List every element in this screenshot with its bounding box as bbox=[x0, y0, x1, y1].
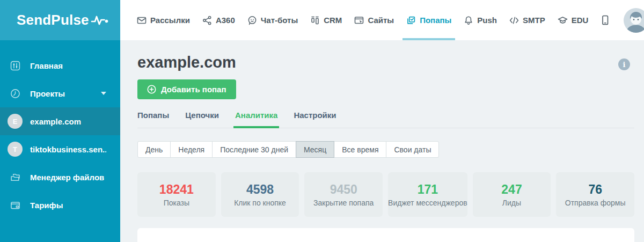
sidebar-item-label: example.com bbox=[30, 117, 81, 126]
nav-item-smtp[interactable]: SMTP bbox=[509, 0, 545, 40]
tab-settings[interactable]: Настройки bbox=[294, 110, 336, 128]
nav-label: Рассылки bbox=[150, 16, 190, 25]
stats-cards-row: 18241 Показы 4598 Клик по кнопке 9450 За… bbox=[137, 172, 634, 217]
main-content: example.com i Добавить попап Попапы Цепо… bbox=[120, 40, 644, 242]
sidebar: SendPulse Главная bbox=[0, 0, 120, 242]
sidebar-item-label: Главная bbox=[30, 61, 63, 70]
nav-label: EDU bbox=[572, 16, 589, 25]
nav-item-popups[interactable]: Попапы bbox=[406, 0, 451, 40]
sidebar-item-projects[interactable]: Проекты bbox=[0, 79, 120, 107]
nav-label: Попапы bbox=[420, 16, 451, 25]
project-letter-badge: E bbox=[8, 114, 23, 129]
filter-all-time-button[interactable]: Все время bbox=[334, 141, 386, 158]
stat-card-messenger-widget: 171 Виджет мессенджеров bbox=[388, 172, 467, 217]
stat-value: 76 bbox=[588, 182, 602, 196]
filter-month-button[interactable]: Месяц bbox=[296, 141, 334, 158]
pulse-icon bbox=[89, 13, 110, 27]
nav-label: Чат-боты bbox=[261, 16, 298, 25]
stat-card-impressions: 18241 Показы bbox=[137, 172, 216, 217]
clock-icon bbox=[0, 89, 30, 99]
date-range-segmented-control: День Неделя Последние 30 дней Месяц Все … bbox=[137, 141, 439, 158]
sidebar-item-file-manager[interactable]: Менеджер файлов bbox=[0, 163, 120, 191]
tab-chains[interactable]: Цепочки bbox=[185, 110, 219, 128]
project-avatar: E bbox=[0, 114, 30, 129]
info-icon[interactable]: i bbox=[618, 58, 630, 70]
top-navigation-bar: Рассылки A360 Чат-боты bbox=[120, 0, 644, 40]
stat-value: 247 bbox=[501, 182, 522, 196]
stat-card-popup-closes: 9450 Закрытие попапа bbox=[304, 172, 383, 217]
sliders-icon bbox=[0, 61, 30, 71]
bell-icon bbox=[464, 16, 473, 25]
stat-card-leads: 247 Лиды bbox=[473, 172, 551, 217]
sidebar-item-example-project[interactable]: E example.com bbox=[0, 107, 120, 135]
avatar bbox=[624, 8, 644, 33]
filter-day-button[interactable]: День bbox=[137, 141, 171, 158]
nav-label: A360 bbox=[216, 16, 235, 25]
project-tabs: Попапы Цепочки Аналитика Настройки bbox=[137, 110, 634, 128]
stat-value: 171 bbox=[418, 182, 438, 196]
add-popup-button[interactable]: Добавить попап bbox=[137, 79, 236, 99]
logo-text: SendPulse bbox=[17, 12, 89, 28]
stat-card-form-submissions: 76 Отправка формы bbox=[556, 172, 634, 217]
folder-icon bbox=[0, 172, 30, 182]
page-title: example.com bbox=[137, 53, 634, 71]
wallet-icon bbox=[0, 200, 30, 210]
plus-circle-icon bbox=[147, 85, 156, 94]
filter-week-button[interactable]: Неделя bbox=[170, 141, 213, 158]
filter-last-30-days-button[interactable]: Последние 30 дней bbox=[212, 141, 296, 158]
nav-item-sites[interactable]: Сайты bbox=[354, 0, 394, 40]
stat-label: Виджет мессенджеров bbox=[388, 199, 467, 207]
graduation-cap-icon bbox=[558, 16, 568, 25]
popups-icon bbox=[406, 16, 416, 25]
sidebar-item-main[interactable]: Главная bbox=[0, 52, 120, 79]
sidebar-menu: Главная Проекты E example.com T bbox=[0, 40, 120, 219]
project-avatar: T bbox=[0, 142, 30, 157]
chat-bot-icon bbox=[247, 16, 257, 25]
user-account-menu[interactable] bbox=[624, 8, 644, 33]
sidebar-item-tariffs[interactable]: Тарифы bbox=[0, 191, 120, 219]
sidebar-item-tiktok-project[interactable]: T tiktokbusiness.sen... bbox=[0, 135, 120, 163]
code-icon bbox=[509, 16, 519, 25]
nav-label: Push bbox=[477, 16, 497, 25]
sendpulse-logo[interactable]: SendPulse bbox=[0, 0, 120, 40]
tab-analytics[interactable]: Аналитика bbox=[235, 110, 277, 128]
nav-label: CRM bbox=[324, 16, 342, 25]
stat-label: Лиды bbox=[502, 199, 521, 207]
stat-label: Отправка формы bbox=[565, 199, 626, 207]
kanban-icon bbox=[310, 16, 320, 25]
content-panel bbox=[137, 228, 634, 242]
stat-label: Клик по кнопке bbox=[234, 199, 286, 207]
chevron-down-icon bbox=[101, 92, 106, 95]
mobile-phone-icon[interactable] bbox=[601, 15, 610, 25]
sidebar-item-label: Проекты bbox=[30, 89, 65, 98]
stat-value: 9450 bbox=[330, 182, 357, 196]
tab-popups[interactable]: Попапы bbox=[137, 110, 169, 128]
sidebar-item-label: Менеджер файлов bbox=[30, 173, 104, 182]
nav-item-mailings[interactable]: Рассылки bbox=[137, 0, 190, 40]
nav-label: SMTP bbox=[523, 16, 545, 25]
envelope-icon bbox=[137, 16, 147, 25]
sidebar-item-label: tiktokbusiness.sen... bbox=[30, 145, 106, 154]
share-nodes-icon bbox=[202, 16, 212, 25]
add-popup-button-label: Добавить попап bbox=[161, 85, 226, 94]
nav-item-a360[interactable]: A360 bbox=[202, 0, 235, 40]
nav-item-edu[interactable]: EDU bbox=[558, 0, 589, 40]
stat-label: Закрытие попапа bbox=[313, 199, 374, 207]
stat-value: 4598 bbox=[246, 182, 274, 196]
sidebar-item-label: Тарифы bbox=[30, 201, 63, 210]
nav-item-push[interactable]: Push bbox=[464, 0, 497, 40]
project-letter-badge: T bbox=[8, 142, 23, 157]
stat-card-button-clicks: 4598 Клик по кнопке bbox=[221, 172, 299, 217]
nav-item-crm[interactable]: CRM bbox=[310, 0, 342, 40]
filter-custom-dates-button[interactable]: Свои даты bbox=[386, 141, 439, 158]
nav-item-chatbots[interactable]: Чат-боты bbox=[247, 0, 298, 40]
topbar-right-controls bbox=[601, 8, 644, 33]
nav-label: Сайты bbox=[368, 16, 394, 25]
browser-icon bbox=[354, 16, 364, 25]
stat-value: 18241 bbox=[159, 182, 194, 196]
stat-label: Показы bbox=[164, 199, 189, 207]
